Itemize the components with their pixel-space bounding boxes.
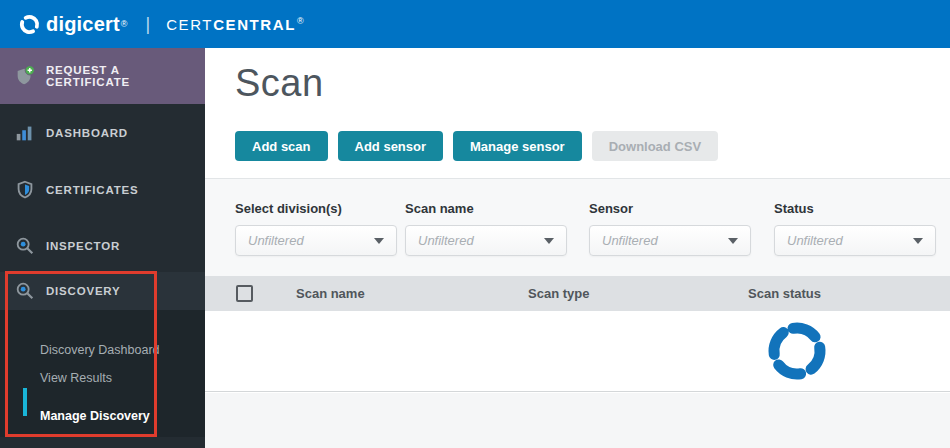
- sidebar-item-label: REQUEST A CERTIFICATE: [46, 64, 205, 88]
- filter-bar: Select division(s) Unfiltered Scan name …: [205, 178, 950, 276]
- product-cert: CERT: [166, 16, 213, 33]
- toolbar: Add scan Add sensor Manage sensor Downlo…: [235, 131, 718, 161]
- submenu-item-label: Manage Discovery: [40, 409, 150, 423]
- product-central: CENTRAL: [213, 16, 296, 33]
- sidebar-nav: REQUEST A CERTIFICATE DASHBOARD CERTIFIC…: [0, 48, 205, 448]
- sidebar-item-inspector[interactable]: INSPECTOR: [0, 218, 205, 274]
- manage-sensor-button[interactable]: Manage sensor: [453, 131, 582, 161]
- sensor-dropdown[interactable]: Unfiltered: [589, 225, 751, 256]
- add-sensor-button[interactable]: Add sensor: [338, 131, 444, 161]
- column-header-scan-type: Scan type: [528, 276, 589, 311]
- table-header: Scan name Scan type Scan status: [205, 276, 950, 311]
- product-name: CERTCENTRAL®: [166, 16, 305, 33]
- loading-spinner-icon: [765, 319, 829, 383]
- dropdown-value: Unfiltered: [418, 233, 474, 248]
- chevron-down-icon: [374, 238, 384, 244]
- filter-label: Select division(s): [235, 201, 342, 216]
- add-scan-button[interactable]: Add scan: [235, 131, 328, 161]
- dropdown-value: Unfiltered: [602, 233, 658, 248]
- digicert-swoosh-icon: [18, 13, 41, 36]
- dropdown-value: Unfiltered: [248, 233, 304, 248]
- shield-plus-icon: [14, 65, 36, 87]
- table-footer-area: [205, 393, 950, 448]
- sidebar-item-label: INSPECTOR: [46, 240, 120, 252]
- filter-label: Scan name: [405, 201, 474, 216]
- sidebar-item-discovery[interactable]: DISCOVERY: [0, 272, 205, 310]
- brand-registered-mark: ®: [121, 19, 128, 29]
- dropdown-value: Unfiltered: [787, 233, 843, 248]
- top-bar: digicert ® | CERTCENTRAL®: [0, 0, 950, 48]
- submenu-item-label: View Results: [40, 371, 112, 385]
- filter-label: Sensor: [589, 201, 633, 216]
- brand-name: digicert: [46, 13, 120, 36]
- product-registered-mark: ®: [297, 16, 305, 26]
- chevron-down-icon: [913, 238, 923, 244]
- digicert-logo[interactable]: digicert ®: [18, 13, 127, 36]
- sidebar-item-request-a-certificate[interactable]: REQUEST A CERTIFICATE: [0, 48, 205, 104]
- magnifier-icon: [14, 235, 36, 257]
- filter-label: Status: [774, 201, 814, 216]
- page-title: Scan: [235, 62, 324, 105]
- column-header-scan-name: Scan name: [296, 276, 365, 311]
- scan-name-dropdown[interactable]: Unfiltered: [405, 225, 567, 256]
- status-dropdown[interactable]: Unfiltered: [774, 225, 936, 256]
- chevron-down-icon: [544, 238, 554, 244]
- active-item-indicator: [23, 388, 27, 416]
- division-dropdown[interactable]: Unfiltered: [235, 225, 397, 256]
- submenu-item-label: Discovery Dashboard: [40, 343, 160, 357]
- brand-divider: |: [145, 14, 150, 35]
- sidebar-item-label: CERTIFICATES: [46, 184, 138, 196]
- sidebar-item-label: DASHBOARD: [46, 127, 128, 139]
- submenu-item-manage-discovery[interactable]: Manage Discovery: [0, 401, 205, 431]
- submenu-item-discovery-dashboard[interactable]: Discovery Dashboard: [0, 335, 205, 365]
- download-csv-button[interactable]: Download CSV: [592, 131, 718, 161]
- main-content: Scan Add scan Add sensor Manage sensor D…: [205, 48, 950, 448]
- magnifier-icon: [14, 280, 36, 302]
- shield-icon: [14, 179, 36, 201]
- table-body: [205, 311, 950, 392]
- chevron-down-icon: [728, 238, 738, 244]
- certcentral-app: digicert ® | CERTCENTRAL® REQUEST A CERT…: [0, 0, 950, 448]
- select-all-checkbox[interactable]: [236, 285, 253, 302]
- submenu-item-view-results[interactable]: View Results: [0, 363, 205, 393]
- sidebar-item-dashboard[interactable]: DASHBOARD: [0, 105, 205, 161]
- column-header-scan-status: Scan status: [748, 276, 821, 311]
- bar-chart-icon: [14, 122, 36, 144]
- sidebar-item-label: DISCOVERY: [46, 285, 121, 297]
- sidebar-item-certificates[interactable]: CERTIFICATES: [0, 162, 205, 218]
- discovery-submenu: Discovery Dashboard View Results Manage …: [0, 310, 205, 437]
